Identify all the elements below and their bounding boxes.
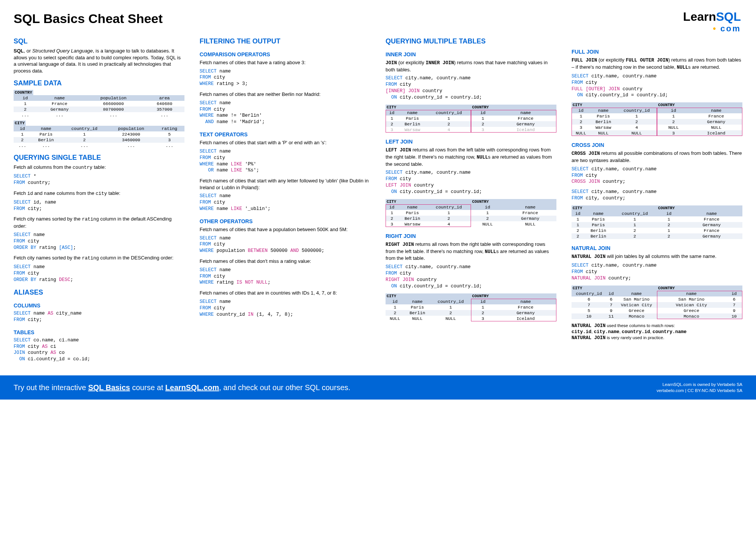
full-join-text: FULL JOIN (or explicitly FULL OUTER JOIN… — [572, 57, 742, 71]
qst-text-1: Fetch all columns from the country table… — [14, 164, 184, 171]
code-like-ps: SELECT name FROM city WHERE name LIKE 'P… — [200, 148, 370, 174]
country-table: idnamepopulationarea 1France666000006406… — [14, 95, 184, 118]
comp-text-1: Fetch names of cities that have a rating… — [200, 59, 370, 66]
code-select-cols: SELECT id, name FROM city; — [14, 199, 184, 212]
other-ops-heading: OTHER OPERATORS — [200, 218, 370, 224]
code-between: SELECT name FROM city WHERE population B… — [200, 235, 370, 255]
full-join-tables: CITY idnamecountry_id 1Paris1 2Berlin2 3… — [572, 102, 742, 136]
qst-text-3: Fetch city names sorted by the rating co… — [14, 216, 184, 229]
other-text-3: Fetch names of cities that are in countr… — [200, 290, 370, 296]
code-right-join: SELECT city.name, country.name FROM city… — [386, 264, 556, 290]
sample-data-heading: SAMPLE DATA — [14, 79, 184, 87]
querying-single-heading: QUERYING SINGLE TABLE — [14, 154, 184, 162]
country-table-label: COUNTRY — [14, 90, 33, 95]
inner-join-heading: INNER JOIN — [386, 51, 556, 57]
qmt-heading: QUERYING MULTIPLE TABLES — [386, 37, 556, 45]
left-join-text: LEFT JOIN returns all rows from the left… — [386, 147, 556, 167]
text-text-2: Fetch names of cities that start with an… — [200, 177, 370, 191]
natural-join-heading: NATURAL JOIN — [572, 245, 742, 251]
footer-right: LearnSQL.com is owned by Vertabelo SA ve… — [657, 381, 742, 394]
sql-heading: SQL — [14, 37, 184, 45]
code-cross-join-2: SELECT city.name, country.name FROM city… — [572, 189, 742, 202]
cross-join-text: CROSS JOIN returns all possible combinat… — [572, 150, 742, 164]
inner-join-tables: CITY idnamecountry_id 1Paris1 2Berlin2 3… — [386, 105, 556, 133]
text-ops-heading: TEXT OPERATORS — [200, 131, 370, 137]
column-3: QUERYING MULTIPLE TABLES INNER JOIN JOIN… — [386, 32, 556, 325]
code-cross-join-1: SELECT city.name, country.name FROM city… — [572, 166, 742, 185]
code-full-join: SELECT city.name, country.name FROM city… — [572, 73, 742, 99]
code-in: SELECT name FROM city WHERE country_id I… — [200, 299, 370, 318]
comparison-heading: COMPARISON OPERATORS — [200, 51, 370, 57]
code-left-join: SELECT city.name, country.name FROM city… — [386, 170, 556, 195]
code-alias-col: SELECT name AS city_name FROM city; — [14, 310, 184, 323]
sql-intro: SQL, or Structured Query Language, is a … — [14, 48, 184, 74]
cross-join-tables: CITY idnamecountry_id 1Paris1 1Paris1 2B… — [572, 205, 742, 239]
filtering-heading: FILTERING THE OUTPUT — [200, 37, 370, 45]
footer: Try out the interactive SQL Basics cours… — [0, 375, 756, 400]
aliases-heading: ALIASES — [14, 289, 184, 296]
left-join-heading: LEFT JOIN — [386, 139, 556, 145]
alias-tables-heading: TABLES — [14, 329, 184, 335]
natural-join-text: NATURAL JOIN will join tables by all col… — [572, 253, 742, 260]
comp-text-2: Fetch names of cities that are neither B… — [200, 91, 370, 98]
code-natural-join: SELECT city.name, country.name FROM city… — [572, 262, 742, 282]
code-inner-join: SELECT city.name, country.name FROM city… — [386, 75, 556, 101]
cross-join-heading: CROSS JOIN — [572, 142, 742, 148]
footer-left: Try out the interactive SQL Basics cours… — [14, 383, 350, 392]
code-not-berlin: SELECT name FROM city WHERE name != 'Ber… — [200, 100, 370, 126]
other-text-2: Fetch names of cities that don't miss a … — [200, 258, 370, 265]
column-4: FULL JOIN FULL JOIN (or explicitly FULL … — [572, 32, 742, 343]
code-alias-tbl: SELECT co.name, ci.name FROM city AS ci … — [14, 337, 184, 363]
code-order-desc: SELECT name FROM city ORDER BY rating DE… — [14, 264, 184, 283]
right-join-tables: CITY idnamecountry_id 1Paris1 2Berlin2 N… — [386, 293, 556, 321]
qst-text-4: Fetch city names sorted by the rating co… — [14, 255, 184, 262]
natural-join-tables: CITY country_ididname 66San Marino 77Vat… — [572, 286, 742, 319]
logo: LearnSQL • com — [683, 10, 741, 34]
column-1: SQL SQL, or Structured Query Language, i… — [14, 32, 184, 366]
alias-columns-heading: COLUMNS — [14, 302, 184, 309]
left-join-tables: CITY idnamecountry_id 1Paris1 2Berlin2 3… — [386, 199, 556, 227]
right-join-text: RIGHT JOIN returns all rows from the rig… — [386, 241, 556, 262]
code-order-asc: SELECT name FROM city ORDER BY rating [A… — [14, 232, 184, 251]
code-rating-gt: SELECT name FROM city WHERE rating > 3; — [200, 68, 370, 88]
code-like-ublin: SELECT name FROM city WHERE name LIKE '_… — [200, 193, 370, 212]
column-2: FILTERING THE OUTPUT COMPARISON OPERATOR… — [200, 32, 370, 322]
page-title: SQL Basics Cheat Sheet — [14, 11, 742, 26]
city-table: idnamecountry_idpopulationrating 1Paris1… — [14, 126, 184, 148]
other-text-1: Fetch names of cities that have a popula… — [200, 226, 370, 233]
full-join-heading: FULL JOIN — [572, 49, 742, 55]
code-notnull: SELECT name FROM city WHERE rating IS NO… — [200, 267, 370, 286]
text-text-1: Fetch names of cities that start with a … — [200, 139, 370, 146]
inner-join-text: JOIN (or explicitly INNER JOIN) returns … — [386, 59, 556, 73]
right-join-heading: RIGHT JOIN — [386, 233, 556, 239]
natural-join-note: NATURAL JOIN used these columns to match… — [572, 323, 742, 341]
qst-text-2: Fetch id and name columns from the city … — [14, 190, 184, 197]
city-table-label: CITY — [14, 120, 26, 126]
code-select-star: SELECT * FROM country; — [14, 173, 184, 186]
